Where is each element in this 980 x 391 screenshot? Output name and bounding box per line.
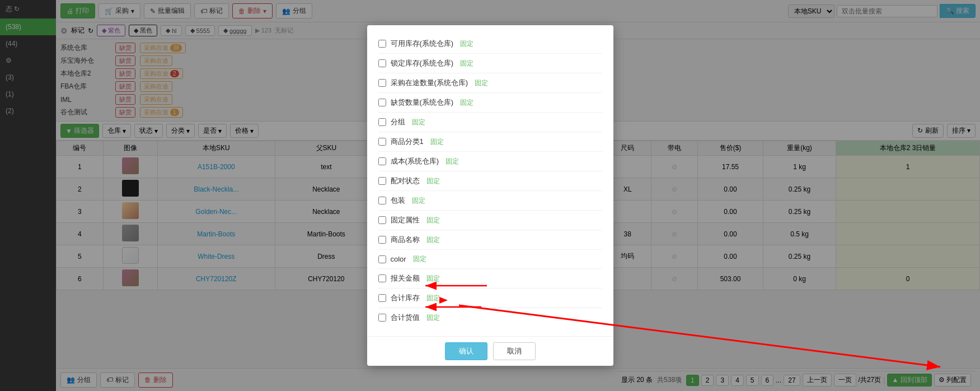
fixed-label-cb3: 固定 — [475, 78, 488, 88]
checkbox-label-cb4: 缺货数量(系统仓库) — [391, 97, 454, 108]
checkbox-cb4[interactable] — [378, 99, 386, 106]
checkbox-item: 合计货值 固定 — [378, 308, 602, 327]
checkbox-item: 成本(系统仓库) 固定 — [378, 152, 602, 171]
fixed-label-cb10: 固定 — [426, 216, 440, 225]
fixed-label-cb8: 固定 — [426, 176, 440, 186]
checkbox-item: color 固定 — [378, 250, 602, 269]
modal-body: 可用库存(系统仓库) 固定 锁定库存(系统仓库) 固定 采购在途数量(系统仓库)… — [367, 25, 613, 336]
fixed-label-cb11: 固定 — [426, 235, 440, 245]
checkbox-item: 锁定库存(系统仓库) 固定 — [378, 54, 602, 73]
fixed-label-cb2: 固定 — [460, 59, 473, 68]
checkbox-cb5[interactable] — [378, 118, 386, 126]
checkbox-cb14[interactable] — [378, 294, 386, 302]
checkbox-item: 报关金额 固定 — [378, 269, 602, 288]
fixed-label-cb6: 固定 — [430, 137, 444, 147]
checkbox-label-cb1: 可用库存(系统仓库) — [391, 39, 454, 49]
checkbox-label-cb13: 报关金额 — [391, 273, 420, 283]
checkbox-label-cb3: 采购在途数量(系统仓库) — [391, 78, 468, 88]
checkbox-label-cb10: 固定属性 — [391, 215, 420, 225]
checkbox-item: 分组 固定 — [378, 113, 602, 132]
checkbox-label-cb5: 分组 — [391, 117, 405, 127]
checkbox-label-cb6: 商品分类1 — [391, 137, 424, 147]
checkbox-cb12[interactable] — [378, 255, 386, 263]
fixed-label-cb12: 固定 — [413, 254, 426, 264]
checkbox-cb11[interactable] — [378, 236, 386, 244]
checkbox-label-cb9: 包装 — [391, 196, 405, 206]
checkbox-item: 固定属性 固定 — [378, 211, 602, 230]
fixed-label-cb14: 固定 — [426, 294, 440, 303]
fixed-label-cb7: 固定 — [446, 157, 459, 166]
checkbox-item: 合计库存 固定 — [378, 288, 602, 308]
fixed-label-cb5: 固定 — [412, 118, 425, 127]
modal-footer: 确认 取消 — [367, 336, 613, 366]
checkbox-cb9[interactable] — [378, 197, 386, 204]
checkbox-item: 缺货数量(系统仓库) 固定 — [378, 93, 602, 113]
checkbox-item: 配对状态 固定 — [378, 171, 602, 191]
fixed-label-cb13: 固定 — [426, 274, 440, 283]
checkbox-cb8[interactable] — [378, 177, 386, 185]
checkbox-label-cb8: 配对状态 — [391, 176, 420, 186]
checkbox-label-cb15: 合计货值 — [391, 313, 420, 323]
checkbox-item: 商品分类1 固定 — [378, 132, 602, 152]
checkbox-label-cb7: 成本(系统仓库) — [391, 156, 439, 166]
checkbox-cb3[interactable] — [378, 79, 386, 87]
checkbox-cb2[interactable] — [378, 59, 386, 67]
checkbox-label-cb14: 合计库存 — [391, 293, 420, 303]
checkbox-cb15[interactable] — [378, 314, 386, 322]
fixed-label-cb1: 固定 — [460, 39, 473, 49]
checkbox-label-cb11: 商品名称 — [391, 235, 420, 245]
checkbox-item: 采购在途数量(系统仓库) 固定 — [378, 73, 602, 93]
column-settings-modal: 可用库存(系统仓库) 固定 锁定库存(系统仓库) 固定 采购在途数量(系统仓库)… — [367, 25, 613, 366]
fixed-label-cb9: 固定 — [412, 196, 425, 206]
checkbox-cb10[interactable] — [378, 216, 386, 224]
fixed-label-cb15: 固定 — [426, 313, 440, 323]
fixed-label-cb4: 固定 — [460, 98, 473, 108]
checkbox-item: 可用库存(系统仓库) 固定 — [378, 34, 602, 54]
modal-cancel-button[interactable]: 取消 — [493, 342, 536, 360]
checkbox-item: 商品名称 固定 — [378, 230, 602, 250]
modal-confirm-button[interactable]: 确认 — [445, 342, 487, 360]
modal-overlay: 可用库存(系统仓库) 固定 锁定库存(系统仓库) 固定 采购在途数量(系统仓库)… — [0, 0, 980, 391]
checkbox-label-cb2: 锁定库存(系统仓库) — [391, 58, 454, 68]
checkbox-cb1[interactable] — [378, 40, 386, 48]
checkbox-cb6[interactable] — [378, 138, 386, 146]
checkbox-cb13[interactable] — [378, 274, 386, 282]
checkbox-item: 包装 固定 — [378, 191, 602, 211]
checkbox-label-cb12: color — [391, 255, 406, 263]
main-wrapper: 态 ↻ (538) (44) ⚙ (3) (1) (2) 🖨 打印 🛒 — [0, 0, 980, 391]
checkbox-cb7[interactable] — [378, 157, 386, 165]
